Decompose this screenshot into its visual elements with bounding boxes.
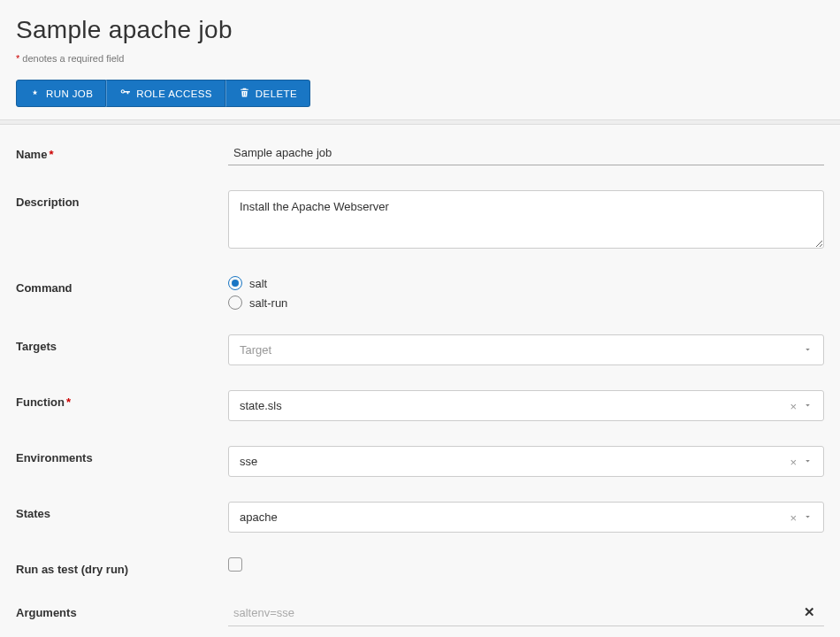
environments-value: sse (240, 455, 257, 468)
role-access-label: ROLE ACCESS (136, 88, 212, 99)
arguments-label: Arguments (16, 601, 228, 619)
dry-run-label: Run as test (dry run) (16, 557, 228, 576)
argument-row: ✕ (228, 601, 824, 626)
name-label: Name* (16, 142, 228, 161)
targets-placeholder: Target (240, 343, 271, 357)
run-job-button[interactable]: RUN JOB (16, 80, 106, 107)
command-radio-group: salt salt-run (228, 276, 824, 310)
clear-environments-icon[interactable]: × (790, 455, 797, 468)
environments-select[interactable]: sse × (228, 446, 824, 477)
description-textarea[interactable]: Install the Apache Webserver (228, 190, 824, 249)
chevron-down-icon (803, 455, 813, 468)
run-job-label: RUN JOB (46, 88, 93, 99)
key-icon (119, 87, 131, 100)
targets-select[interactable]: Target (228, 334, 824, 365)
environments-label: Environments (16, 446, 228, 464)
required-note-text: denotes a required field (19, 53, 124, 64)
command-option-salt-label: salt (249, 277, 267, 290)
description-label: Description (16, 190, 228, 209)
toolbar: RUN JOB ROLE ACCESS DELETE (16, 80, 824, 107)
command-option-salt-run[interactable]: salt-run (228, 295, 824, 310)
trash-icon (239, 87, 250, 100)
play-icon (29, 87, 41, 100)
dry-run-checkbox[interactable] (228, 557, 242, 572)
remove-argument-icon[interactable]: ✕ (800, 604, 819, 620)
page-title: Sample apache job (16, 16, 824, 44)
states-value: apache (240, 510, 278, 524)
chevron-down-icon (803, 399, 813, 412)
argument-input[interactable] (233, 606, 800, 619)
function-select[interactable]: state.sls × (228, 390, 824, 421)
required-note: * denotes a required field (16, 53, 824, 64)
states-select[interactable]: apache × (228, 502, 824, 533)
function-label: Function* (16, 390, 228, 409)
section-divider (0, 119, 840, 125)
clear-states-icon[interactable]: × (790, 510, 797, 524)
delete-label: DELETE (256, 88, 297, 99)
chevron-down-icon (803, 343, 813, 357)
command-label: Command (16, 276, 228, 295)
delete-button[interactable]: DELETE (225, 80, 310, 107)
name-input[interactable] (228, 142, 824, 165)
clear-function-icon[interactable]: × (790, 399, 797, 412)
states-label: States (16, 502, 228, 520)
targets-label: Targets (16, 334, 228, 353)
command-radio-salt-run[interactable] (228, 295, 242, 310)
function-value: state.sls (240, 399, 282, 412)
command-option-salt-run-label: salt-run (249, 296, 287, 310)
command-option-salt[interactable]: salt (228, 276, 824, 290)
chevron-down-icon (803, 510, 813, 524)
role-access-button[interactable]: ROLE ACCESS (106, 80, 225, 107)
command-radio-salt[interactable] (228, 276, 242, 290)
